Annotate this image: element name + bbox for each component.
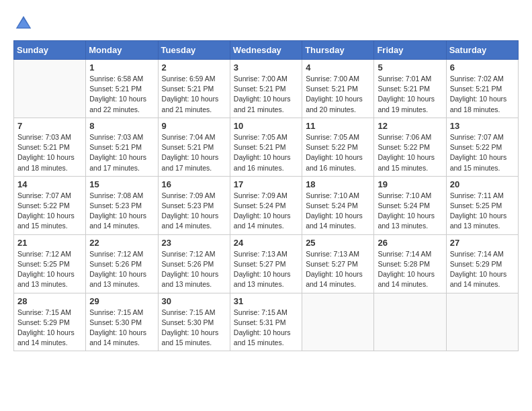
calendar-cell: 19Sunrise: 7:10 AMSunset: 5:24 PMDayligh… [374,176,446,234]
day-info: Sunrise: 7:02 AMSunset: 5:21 PMDaylight:… [450,74,515,115]
calendar-cell: 13Sunrise: 7:07 AMSunset: 5:22 PMDayligh… [446,118,518,176]
day-info: Sunrise: 7:13 AMSunset: 5:27 PMDaylight:… [234,249,298,290]
day-info: Sunrise: 6:58 AMSunset: 5:21 PMDaylight:… [89,74,154,115]
calendar-cell: 23Sunrise: 7:12 AMSunset: 5:26 PMDayligh… [158,234,230,293]
day-info: Sunrise: 7:15 AMSunset: 5:31 PMDaylight:… [234,308,298,349]
day-info: Sunrise: 6:59 AMSunset: 5:21 PMDaylight:… [162,74,226,115]
day-number: 20 [450,179,515,189]
calendar-cell [446,293,518,351]
calendar-cell: 7Sunrise: 7:03 AMSunset: 5:21 PMDaylight… [14,118,86,176]
day-number: 25 [306,238,370,248]
calendar-cell: 1Sunrise: 6:58 AMSunset: 5:21 PMDaylight… [86,60,158,118]
day-info: Sunrise: 7:08 AMSunset: 5:23 PMDaylight:… [89,191,154,232]
day-info: Sunrise: 7:15 AMSunset: 5:29 PMDaylight:… [17,308,82,349]
day-number: 13 [450,121,515,131]
calendar-cell: 15Sunrise: 7:08 AMSunset: 5:23 PMDayligh… [86,176,158,234]
day-number: 19 [378,179,442,189]
day-info: Sunrise: 7:09 AMSunset: 5:24 PMDaylight:… [234,191,298,232]
calendar-cell [374,293,446,351]
calendar-cell: 8Sunrise: 7:03 AMSunset: 5:21 PMDaylight… [86,118,158,176]
day-of-week-header: Saturday [446,41,518,60]
day-number: 7 [17,121,82,131]
day-number: 14 [17,179,82,189]
day-number: 22 [89,238,154,248]
calendar-cell: 30Sunrise: 7:15 AMSunset: 5:30 PMDayligh… [158,293,230,351]
day-number: 31 [234,296,298,306]
calendar-cell: 26Sunrise: 7:14 AMSunset: 5:28 PMDayligh… [374,234,446,293]
calendar-cell [302,293,374,351]
calendar-cell: 25Sunrise: 7:13 AMSunset: 5:27 PMDayligh… [302,234,374,293]
day-number: 15 [89,179,154,189]
day-info: Sunrise: 7:10 AMSunset: 5:24 PMDaylight:… [378,191,442,232]
calendar-cell: 29Sunrise: 7:15 AMSunset: 5:30 PMDayligh… [86,293,158,351]
calendar-cell: 10Sunrise: 7:05 AMSunset: 5:21 PMDayligh… [230,118,302,176]
calendar-cell: 22Sunrise: 7:12 AMSunset: 5:26 PMDayligh… [86,234,158,293]
day-info: Sunrise: 7:12 AMSunset: 5:26 PMDaylight:… [162,249,226,290]
calendar-cell: 11Sunrise: 7:05 AMSunset: 5:22 PMDayligh… [302,118,374,176]
calendar-cell: 20Sunrise: 7:11 AMSunset: 5:25 PMDayligh… [446,176,518,234]
day-number: 9 [162,121,226,131]
day-info: Sunrise: 7:06 AMSunset: 5:22 PMDaylight:… [378,132,442,173]
day-number: 17 [234,179,298,189]
day-number: 11 [306,121,370,131]
day-info: Sunrise: 7:01 AMSunset: 5:21 PMDaylight:… [378,74,442,115]
day-number: 28 [17,296,82,306]
day-number: 18 [306,179,370,189]
calendar-cell: 24Sunrise: 7:13 AMSunset: 5:27 PMDayligh… [230,234,302,293]
day-of-week-header: Tuesday [158,41,230,60]
day-number: 2 [162,62,226,73]
day-info: Sunrise: 7:12 AMSunset: 5:26 PMDaylight:… [89,249,154,290]
day-info: Sunrise: 7:15 AMSunset: 5:30 PMDaylight:… [162,308,226,349]
day-number: 29 [89,296,154,306]
day-of-week-header: Sunday [14,41,86,60]
day-info: Sunrise: 7:15 AMSunset: 5:30 PMDaylight:… [89,308,154,349]
calendar-cell: 27Sunrise: 7:14 AMSunset: 5:29 PMDayligh… [446,234,518,293]
day-number: 26 [378,238,442,248]
day-number: 4 [306,62,370,73]
day-info: Sunrise: 7:07 AMSunset: 5:22 PMDaylight:… [450,132,515,173]
day-info: Sunrise: 7:07 AMSunset: 5:22 PMDaylight:… [17,191,82,232]
calendar-cell [14,60,86,118]
day-of-week-header: Thursday [302,41,374,60]
day-number: 3 [234,62,298,73]
calendar-table: SundayMondayTuesdayWednesdayThursdayFrid… [13,40,519,351]
day-info: Sunrise: 7:00 AMSunset: 5:21 PMDaylight:… [306,74,370,115]
day-of-week-header: Wednesday [230,41,302,60]
day-info: Sunrise: 7:11 AMSunset: 5:25 PMDaylight:… [450,191,515,232]
day-number: 21 [17,238,82,248]
day-number: 6 [450,62,515,73]
day-of-week-header: Monday [86,41,158,60]
calendar-cell: 3Sunrise: 7:00 AMSunset: 5:21 PMDaylight… [230,60,302,118]
calendar-cell: 14Sunrise: 7:07 AMSunset: 5:22 PMDayligh… [14,176,86,234]
day-number: 30 [162,296,226,306]
logo [13,13,36,34]
calendar-cell: 28Sunrise: 7:15 AMSunset: 5:29 PMDayligh… [14,293,86,351]
day-number: 10 [234,121,298,131]
page-header [13,13,519,34]
calendar-cell: 12Sunrise: 7:06 AMSunset: 5:22 PMDayligh… [374,118,446,176]
day-info: Sunrise: 7:05 AMSunset: 5:21 PMDaylight:… [234,132,298,173]
calendar-cell: 4Sunrise: 7:00 AMSunset: 5:21 PMDaylight… [302,60,374,118]
day-number: 24 [234,238,298,248]
day-info: Sunrise: 7:05 AMSunset: 5:22 PMDaylight:… [306,132,370,173]
day-number: 27 [450,238,515,248]
calendar-cell: 5Sunrise: 7:01 AMSunset: 5:21 PMDaylight… [374,60,446,118]
day-info: Sunrise: 7:03 AMSunset: 5:21 PMDaylight:… [17,132,82,173]
day-info: Sunrise: 7:14 AMSunset: 5:29 PMDaylight:… [450,249,515,290]
day-info: Sunrise: 7:00 AMSunset: 5:21 PMDaylight:… [234,74,298,115]
calendar-cell: 21Sunrise: 7:12 AMSunset: 5:25 PMDayligh… [14,234,86,293]
calendar-cell: 6Sunrise: 7:02 AMSunset: 5:21 PMDaylight… [446,60,518,118]
day-info: Sunrise: 7:14 AMSunset: 5:28 PMDaylight:… [378,249,442,290]
day-number: 5 [378,62,442,73]
day-info: Sunrise: 7:09 AMSunset: 5:23 PMDaylight:… [162,191,226,232]
day-number: 16 [162,179,226,189]
calendar-cell: 16Sunrise: 7:09 AMSunset: 5:23 PMDayligh… [158,176,230,234]
calendar-cell: 31Sunrise: 7:15 AMSunset: 5:31 PMDayligh… [230,293,302,351]
day-info: Sunrise: 7:03 AMSunset: 5:21 PMDaylight:… [89,132,154,173]
logo-icon [13,13,34,34]
day-info: Sunrise: 7:13 AMSunset: 5:27 PMDaylight:… [306,249,370,290]
day-info: Sunrise: 7:12 AMSunset: 5:25 PMDaylight:… [17,249,82,290]
calendar-cell: 17Sunrise: 7:09 AMSunset: 5:24 PMDayligh… [230,176,302,234]
day-info: Sunrise: 7:04 AMSunset: 5:21 PMDaylight:… [162,132,226,173]
calendar-cell: 18Sunrise: 7:10 AMSunset: 5:24 PMDayligh… [302,176,374,234]
